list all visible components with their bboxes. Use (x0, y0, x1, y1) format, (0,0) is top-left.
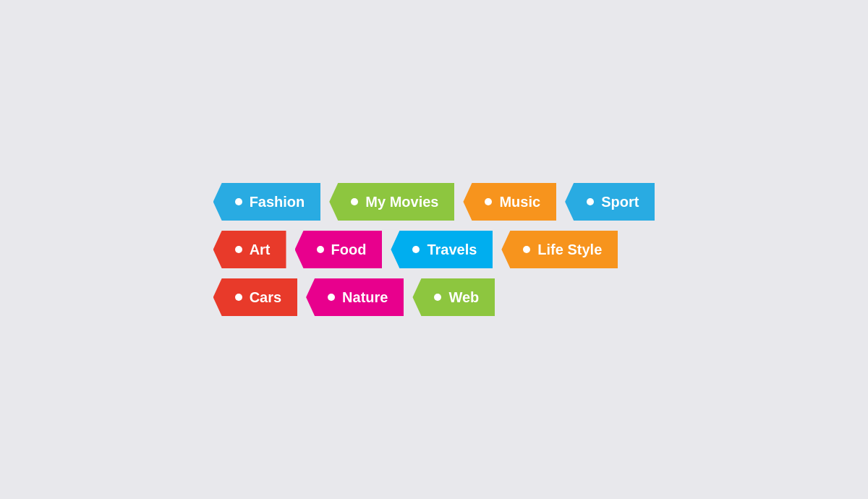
tag-label-fashion: Fashion (250, 194, 305, 210)
tag-label-travels: Travels (427, 242, 477, 258)
tag-label-nature: Nature (342, 289, 388, 306)
tag-dot-nature (328, 294, 335, 301)
tag-nature[interactable]: Nature (306, 278, 404, 316)
tags-row-2: CarsNatureWeb (213, 278, 495, 316)
tag-dot-music (485, 198, 492, 205)
tag-cars[interactable]: Cars (213, 278, 297, 316)
tag-dot-life-style (523, 246, 530, 253)
tag-dot-my-movies (351, 198, 358, 205)
tag-music[interactable]: Music (463, 183, 556, 221)
tags-row-0: FashionMy MoviesMusicSport (213, 183, 655, 221)
tag-travels[interactable]: Travels (391, 231, 493, 268)
tag-label-cars: Cars (250, 289, 281, 306)
tag-dot-food (317, 246, 324, 253)
tag-label-my-movies: My Movies (365, 194, 438, 210)
tag-dot-web (434, 294, 441, 301)
tag-dot-sport (587, 198, 594, 205)
tag-label-art: Art (250, 242, 271, 258)
tag-web[interactable]: Web (412, 278, 495, 316)
tag-art[interactable]: Art (213, 231, 286, 268)
tag-label-life-style: Life Style (537, 242, 602, 258)
tag-dot-art (235, 246, 242, 253)
tag-food[interactable]: Food (295, 231, 383, 268)
tags-container: FashionMy MoviesMusicSportArtFoodTravels… (213, 183, 655, 316)
tag-my-movies[interactable]: My Movies (329, 183, 454, 221)
tag-sport[interactable]: Sport (565, 183, 655, 221)
tag-label-web: Web (448, 289, 479, 306)
tag-label-food: Food (331, 242, 367, 258)
tag-fashion[interactable]: Fashion (213, 183, 321, 221)
tag-label-sport: Sport (601, 194, 639, 210)
tag-label-music: Music (499, 194, 540, 210)
tag-dot-cars (235, 294, 242, 301)
tag-life-style[interactable]: Life Style (501, 231, 618, 268)
tag-dot-travels (412, 246, 420, 253)
tag-dot-fashion (235, 198, 242, 205)
tags-row-1: ArtFoodTravelsLife Style (213, 231, 618, 268)
